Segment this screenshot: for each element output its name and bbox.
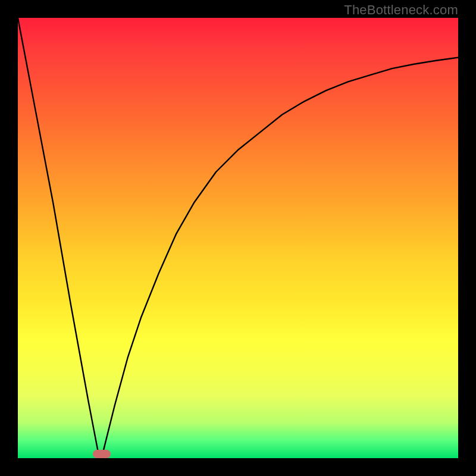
plot-area [18,18,458,458]
bottleneck-marker [93,450,111,458]
curve-layer [18,18,458,458]
curve-right-branch [102,58,458,458]
chart-frame: TheBottleneck.com [0,0,476,476]
watermark-text: TheBottleneck.com [344,2,458,18]
curve-left-branch [18,18,99,458]
